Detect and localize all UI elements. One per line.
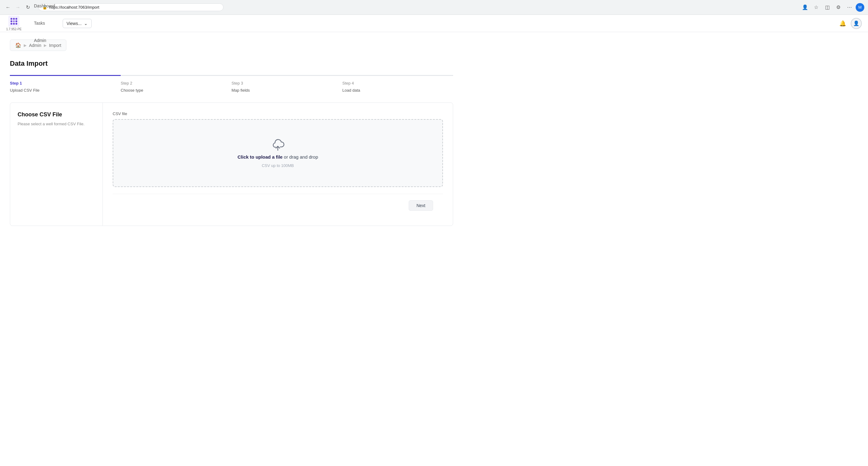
svg-point-1 [10,18,12,20]
nav-tasks[interactable]: Tasks [29,15,60,32]
svg-point-3 [16,18,17,20]
sidebar-title: Choose CSV File [18,112,95,118]
nav-views-dropdown[interactable]: Views... ⌄ [63,19,92,28]
upload-cta-rest: or drag and drop [282,154,318,160]
browser-actions: 👤 ☆ ◫ ⚙ ⋯ M [800,2,864,12]
breadcrumb-admin-label: Admin [29,43,41,48]
address-bar[interactable]: 🔒 https://localhost:7063/import [38,3,223,11]
svg-point-2 [13,18,15,20]
avatar-icon: 👤 [853,20,859,26]
import-sidebar: Choose CSV File Please select a well for… [10,103,103,226]
svg-point-7 [10,23,12,25]
browser-nav-buttons: ← → ↻ [4,3,32,12]
breadcrumb-import[interactable]: Import [49,43,61,48]
breadcrumb-import-label: Import [49,43,61,48]
steps-container: Step 1 Upload CSV File Step 2 Choose typ… [10,75,453,93]
import-layout: Choose CSV File Please select a well for… [10,102,453,226]
svg-point-4 [10,20,12,22]
step-3-label: Map fields [231,88,342,93]
import-main: CSV file Click to upload a file or drag … [103,103,453,226]
more-icon[interactable]: ⋯ [844,2,855,12]
breadcrumb-home[interactable]: 🏠 [15,42,21,48]
step-3-number: Step 3 [231,81,342,86]
csv-file-label: CSV file [113,112,443,116]
profile-sync-icon[interactable]: 👤 [800,2,810,12]
step-2-bar [121,75,231,76]
upload-cloud-icon [270,138,285,151]
breadcrumb-sep-2: ▶ [44,43,46,48]
step-4-bar [342,75,453,76]
split-view-icon[interactable]: ◫ [822,2,832,12]
breadcrumb-sep-1: ▶ [24,43,27,48]
star-icon[interactable]: ☆ [811,2,821,12]
step-1-label: Upload CSV File [10,88,121,93]
notifications-button[interactable]: 🔔 [837,18,848,29]
step-1: Step 1 Upload CSV File [10,75,121,93]
url-text: https://localhost:7063/import [49,5,219,9]
upload-dropzone[interactable]: Click to upload a file or drag and drop … [113,119,443,187]
svg-point-6 [16,20,17,22]
step-4: Step 4 Load data [342,75,453,93]
user-avatar[interactable]: 👤 [851,18,862,29]
extensions-icon[interactable]: ⚙ [833,2,843,12]
step-2-number: Step 2 [121,81,231,86]
step-3: Step 3 Map fields [231,75,342,93]
browser-chrome: ← → ↻ 🔒 https://localhost:7063/import 👤 … [0,0,868,15]
step-4-number: Step 4 [342,81,453,86]
views-label: Views... [67,21,82,26]
upload-cta-text: Click to upload a file or drag and drop [238,154,318,160]
import-footer: Next [113,194,443,217]
app-header: 1.7.952-PE Dashboard Tasks Admin Views..… [0,15,868,32]
breadcrumb-admin[interactable]: Admin [29,43,41,48]
step-1-number: Step 1 [10,81,121,86]
upload-cta-bold: Click to upload a file [238,154,283,160]
back-button[interactable]: ← [4,3,12,12]
svg-point-9 [16,23,17,25]
upload-subtext: CSV up to 100MB [262,163,294,168]
next-button[interactable]: Next [409,200,433,211]
step-1-bar [10,75,121,76]
svg-point-8 [13,23,15,25]
step-2: Step 2 Choose type [121,75,231,93]
chevron-down-icon: ⌄ [84,21,88,26]
home-icon: 🏠 [15,42,21,48]
svg-point-5 [13,20,15,22]
page-title: Data Import [10,60,453,68]
sidebar-description: Please select a well formed CSV File. [18,121,95,127]
header-right: 🔔 👤 [837,18,862,29]
app-version: 1.7.952-PE [6,28,22,31]
step-4-label: Load data [342,88,453,93]
step-2-label: Choose type [121,88,231,93]
forward-button[interactable]: → [13,3,22,12]
app-logo[interactable]: 1.7.952-PE [6,16,22,31]
main-nav: Dashboard Tasks Admin [29,0,60,50]
page-content: 🏠 ▶ Admin ▶ Import Data Import Step 1 Up… [0,32,463,233]
logo-icon [8,16,20,27]
nav-dashboard[interactable]: Dashboard [29,0,60,15]
browser-profile-avatar[interactable]: M [856,3,864,12]
step-3-bar [231,75,342,76]
